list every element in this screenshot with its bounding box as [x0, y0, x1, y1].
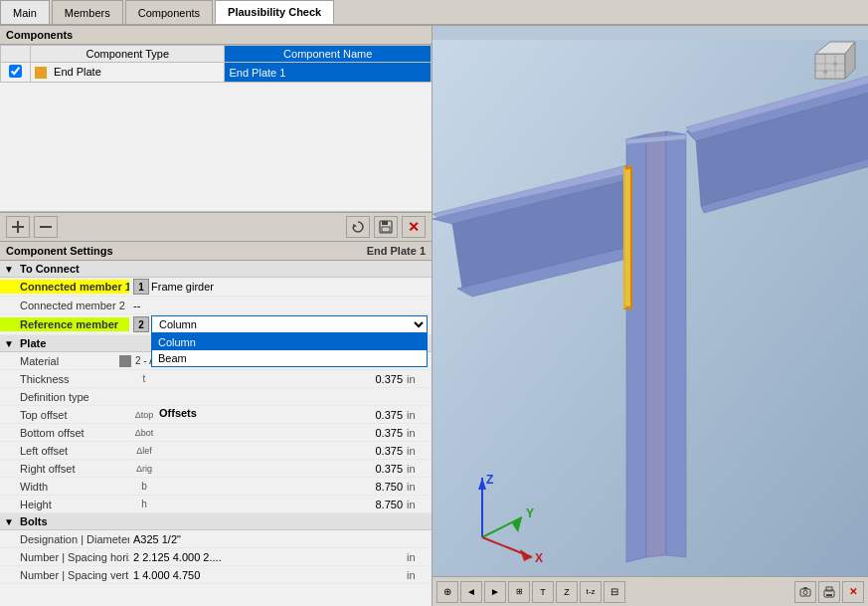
tab-members[interactable]: Members	[52, 0, 123, 24]
thickness-value: 0.375	[375, 373, 403, 385]
reference-member-popup: Column Beam	[151, 333, 428, 367]
svg-point-15	[823, 70, 827, 74]
collapse-icon: ▼	[4, 264, 16, 275]
reference-member-label: Reference member	[20, 318, 118, 330]
svg-marker-3	[353, 224, 357, 228]
svg-rect-6	[382, 227, 390, 232]
bolt-horiz-unit: in	[407, 551, 432, 563]
vp-btn-camera[interactable]	[794, 581, 816, 603]
vp-btn-home[interactable]: ⊕	[436, 581, 458, 603]
material-color-swatch	[119, 355, 131, 367]
left-offset-unit: in	[407, 445, 432, 457]
vp-btn-minus[interactable]: ⊟	[604, 581, 625, 603]
vp-btn-next[interactable]: ►	[484, 581, 506, 603]
table-row[interactable]: End Plate End Plate 1	[1, 63, 432, 83]
add-icon	[10, 219, 26, 235]
svg-point-14	[833, 62, 837, 66]
height-unit: in	[407, 499, 432, 510]
connected-member-2-value: --	[133, 300, 140, 311]
member-number-1: 1	[133, 279, 149, 295]
settings-scroll[interactable]: ▼ To Connect Connected member 1 1 Frame …	[0, 261, 432, 584]
bottom-offset-unit: in	[407, 427, 432, 439]
minus-icon	[38, 219, 54, 235]
vp-btn-tz[interactable]: t-z	[580, 581, 602, 603]
dropdown-option-beam[interactable]: Beam	[152, 350, 427, 366]
svg-rect-47	[826, 594, 832, 596]
prop-height: Height h 8.750 in	[0, 496, 432, 513]
components-section: Components Component Type Component Name	[0, 26, 432, 213]
remove-component-btn[interactable]	[34, 216, 58, 238]
reference-member-dropdown-wrapper: Column Beam Column Beam	[151, 315, 428, 333]
add-component-btn[interactable]	[6, 216, 30, 238]
vp-btn-print[interactable]	[818, 581, 840, 603]
settings-section: Component Settings End Plate 1 ▼ To Conn…	[0, 242, 432, 606]
components-empty-area	[0, 83, 432, 212]
svg-point-43	[803, 590, 807, 594]
left-panel: Components Component Type Component Name	[0, 26, 433, 606]
components-header: Components	[0, 26, 432, 45]
vp-btn-top[interactable]: T	[532, 581, 554, 603]
camera-icon	[798, 585, 812, 599]
prop-bottom-offset: Bottom offset Δbot 0.375 in	[0, 424, 432, 442]
left-offset-value: 0.375	[375, 445, 403, 457]
prop-left-offset: Left offset Δlef 0.375 in	[0, 442, 432, 460]
check-col-header	[1, 46, 31, 63]
vp-btn-front[interactable]: Z	[556, 581, 578, 603]
reference-member-dropdown[interactable]: Column Beam	[151, 315, 428, 333]
app-window: Main Members Components Plausibility Che…	[0, 0, 868, 606]
prop-thickness: Thickness t 0.375 in	[0, 370, 432, 388]
nav-cube-svg	[800, 34, 860, 94]
prop-width: Width b 8.750 in	[0, 478, 432, 496]
width-unit: in	[407, 481, 432, 493]
group-label: To Connect	[20, 263, 80, 275]
viewport-panel: Z Y X ⊕ ◄ ► ⊞ T Z t-z	[433, 26, 868, 606]
bolt-spacing-horiz-value: 2 2.125 4.000 2....	[133, 551, 222, 563]
right-offset-value: 0.375	[375, 463, 403, 475]
right-offset-unit: in	[407, 463, 432, 475]
svg-text:X: X	[535, 551, 543, 565]
delete-btn[interactable]: ✕	[402, 216, 426, 238]
group-to-connect-header[interactable]: ▼ To Connect	[0, 261, 432, 278]
left-offset-symbol: Δlef	[129, 446, 159, 456]
height-symbol: h	[129, 499, 159, 509]
components-toolbar: ✕	[0, 213, 432, 242]
prop-bolt-designation: Designation | Diameter A325 1/2"	[0, 530, 432, 548]
settings-header: Component Settings End Plate 1	[0, 242, 432, 261]
bottom-offset-symbol: Δbot	[129, 428, 159, 438]
vp-btn-fit[interactable]: ⊞	[508, 581, 530, 603]
bolt-spacing-vert-value: 1 4.000 4.750	[133, 569, 200, 581]
svg-marker-22	[646, 131, 666, 557]
type-color-box	[35, 67, 47, 79]
member-number-2: 2	[133, 316, 149, 332]
nav-cube[interactable]	[800, 34, 860, 94]
row-type: End Plate	[31, 63, 225, 83]
refresh-btn[interactable]	[346, 216, 370, 238]
prop-connected-member-1: Connected member 1 1 Frame girder	[0, 278, 432, 297]
tab-main[interactable]: Main	[0, 0, 50, 24]
tab-plausibility[interactable]: Plausibility Check	[215, 0, 334, 24]
row-name[interactable]: End Plate 1	[225, 63, 432, 83]
type-col-header: Component Type	[31, 46, 225, 63]
prop-top-offset: Top offset Δtop Offsets 0.375 in	[0, 406, 432, 424]
top-offset-unit: in	[407, 409, 432, 421]
tab-components[interactable]: Components	[125, 0, 213, 24]
vp-btn-prev[interactable]: ◄	[460, 581, 482, 603]
svg-text:Z: Z	[486, 473, 493, 487]
vp-btn-close[interactable]: ✕	[842, 581, 864, 603]
plate-group-label: Plate	[20, 337, 46, 349]
prop-definition-type: Definition type	[0, 388, 432, 406]
dropdown-option-column[interactable]: Column	[152, 334, 427, 350]
prop-right-offset: Right offset Δrig 0.375 in	[0, 460, 432, 478]
prop-connected-member-2: Connected member 2 --	[0, 297, 432, 314]
row-checkbox[interactable]	[1, 63, 31, 83]
save-btn[interactable]	[374, 216, 398, 238]
top-offset-value: 0.375	[375, 409, 403, 421]
plate-collapse-icon: ▼	[4, 338, 16, 349]
svg-marker-26	[624, 169, 631, 306]
svg-marker-7	[815, 54, 845, 79]
svg-rect-2	[40, 226, 52, 228]
top-offset-symbol: Δtop	[129, 410, 159, 420]
bottom-offset-value: 0.375	[375, 427, 403, 439]
group-bolts-header[interactable]: ▼ Bolts	[0, 513, 432, 530]
connected-member-2-label: Connected member 2	[20, 300, 125, 311]
